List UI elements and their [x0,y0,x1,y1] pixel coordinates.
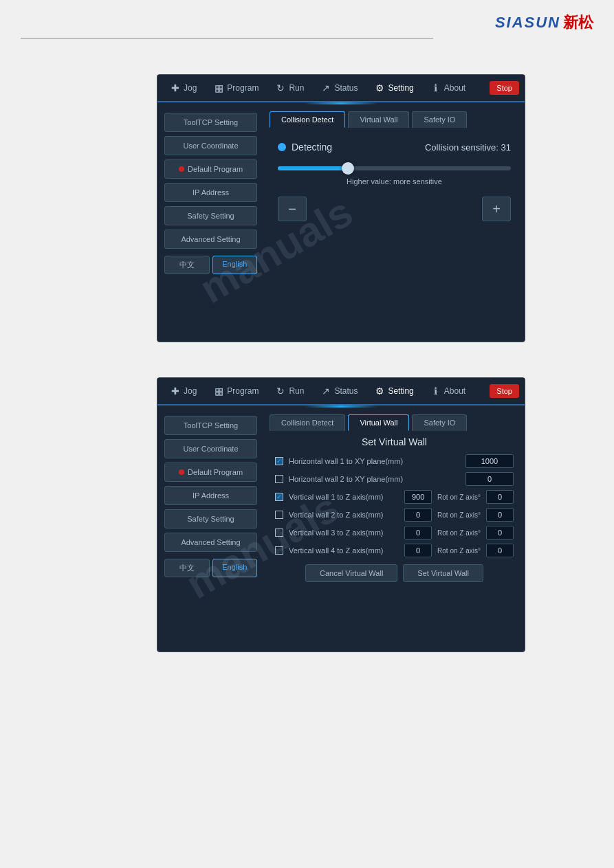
vw-checkbox-1[interactable] [275,457,283,465]
vw-row-4: Vertical wall 2 to Z axis(mm) Rot on Z a… [275,508,514,522]
nav2-program-label: Program [227,386,259,396]
vw-rot-label-5: Rot on Z axis° [437,529,481,537]
set-virtual-wall-button[interactable]: Set Virtual Wall [403,564,483,582]
detect-row: Detecting Collision sensitive: 31 [278,142,511,153]
vw-title: Set Virtual Wall [275,436,514,447]
nav-setting-label: Setting [388,83,413,93]
sidebar2-defaultprog[interactable]: Default Program [164,463,257,482]
nav2-program[interactable]: ▦ Program [206,383,265,399]
vw-input-1[interactable] [465,454,514,468]
vw-row-6: Vertical wall 4 to Z axis(mm) Rot on Z a… [275,544,514,557]
stop2-button[interactable]: Stop [490,384,519,398]
vw-label-2: Horizontal wall 2 to XY plane(mm) [289,475,460,483]
vw-input-6[interactable] [404,544,432,557]
vw-rot-label-6: Rot on Z axis° [437,547,481,555]
plus-button[interactable]: + [482,197,511,221]
setting2-icon: ⚙ [374,386,385,397]
vw-input-3[interactable] [404,490,432,504]
vw-checkbox-3[interactable] [275,493,283,501]
vw-input-2[interactable] [465,472,514,486]
tab2-collision-detect[interactable]: Collision Detect [270,414,345,431]
vw-checkbox-6[interactable] [275,546,283,555]
sidebar-safety-label: Safety Setting [187,212,234,220]
setting-icon: ⚙ [374,82,385,93]
vw-label-6: Vertical wall 4 to Z axis(mm) [289,546,399,555]
nav2-status[interactable]: ↗ Status [314,383,364,399]
tab2-safety-io[interactable]: Safety IO [412,414,467,431]
nav2-run[interactable]: ↻ Run [268,383,311,399]
sidebar2-tooltcp[interactable]: ToolTCP Setting [164,416,257,435]
sidebar-ipaddress[interactable]: IP Address [164,183,257,202]
run2-icon: ↻ [275,386,286,397]
vw-rot-input-6[interactable] [486,544,514,557]
sidebar-tooltcp[interactable]: ToolTCP Setting [164,113,257,132]
cancel-virtual-wall-button[interactable]: Cancel Virtual Wall [305,564,397,582]
nav2-setting-label: Setting [388,386,413,396]
nav2-setting[interactable]: ⚙ Setting [367,383,420,399]
sidebar2-ipaddress-label: IP Address [193,491,229,500]
panel-2-body: ToolTCP Setting User Coordinate Default … [157,408,525,648]
vw-bottom-btns: Cancel Virtual Wall Set Virtual Wall [275,564,514,582]
vw-rot-input-4[interactable] [486,508,514,522]
sidebar-2: ToolTCP Setting User Coordinate Default … [157,409,264,584]
vw-rot-input-5[interactable] [486,526,514,539]
jog-icon: ✚ [170,82,181,93]
status-icon: ↗ [320,82,331,93]
tab-safety-io[interactable]: Safety IO [412,111,467,128]
detecting-label: Detecting [292,142,332,153]
vw-input-4[interactable] [404,508,432,522]
nav2-status-label: Status [334,386,358,396]
nav-run[interactable]: ↻ Run [268,80,311,96]
panel-2-content: Collision Detect Virtual Wall Safety IO … [264,409,525,652]
logo-brand: SIASUN [495,14,560,32]
nav-status-label: Status [334,83,358,93]
sidebar-usercoord[interactable]: User Coordinate [164,136,257,155]
panel-collision-detect: ✚ Jog ▦ Program ↻ Run ↗ Status ⚙ Setting… [157,74,525,342]
nav-jog-label: Jog [184,83,197,93]
vw-rot-input-3[interactable] [486,490,514,504]
nav-setting[interactable]: ⚙ Setting [367,80,420,96]
sidebar2-safety[interactable]: Safety Setting [164,509,257,528]
minus-button[interactable]: − [278,197,307,221]
nav-program[interactable]: ▦ Program [206,80,265,96]
nav-status[interactable]: ↗ Status [314,80,364,96]
tab-virtual-wall[interactable]: Virtual Wall [348,111,409,128]
nav-about[interactable]: ℹ About [424,80,472,96]
vw-input-5[interactable] [404,526,432,539]
nav-program-label: Program [227,83,259,93]
sidebar2-ipaddress[interactable]: IP Address [164,486,257,505]
about-icon: ℹ [430,82,441,93]
nav2-jog[interactable]: ✚ Jog [163,383,204,399]
tab2-virtual-wall[interactable]: Virtual Wall [348,414,409,431]
vw-checkbox-4[interactable] [275,511,283,519]
slider-thumb[interactable] [342,162,354,175]
slider-hint: Higher value: more sensitive [278,177,511,186]
slider-track [278,166,511,170]
lang-zh-button[interactable]: 中文 [164,256,210,274]
lang2-zh-button[interactable]: 中文 [164,559,210,577]
vw-label-5: Vertical wall 3 to Z axis(mm) [289,528,399,537]
sidebar2-advanced[interactable]: Advanced Setting [164,533,257,552]
tab-bar-2: Collision Detect Virtual Wall Safety IO [264,409,525,431]
sidebar-safety[interactable]: Safety Setting [164,206,257,225]
vw-checkbox-2[interactable] [275,475,283,483]
sidebar-defaultprog[interactable]: Default Program [164,159,257,179]
lang2-en-button[interactable]: English [212,559,258,577]
vw-label-1: Horizontal wall 1 to XY plane(mm) [289,457,460,465]
sidebar2-tooltcp-label: ToolTCP Setting [184,421,238,430]
nav2-about[interactable]: ℹ About [424,383,472,399]
panel-1-content: Collision Detect Virtual Wall Safety IO … [264,106,525,342]
tab-collision-detect[interactable]: Collision Detect [270,111,345,128]
logo-area: SIASUN 新松 [495,12,593,33]
lang-en-button[interactable]: English [212,256,258,274]
sidebar-advanced[interactable]: Advanced Setting [164,230,257,249]
sidebar2-usercoord[interactable]: User Coordinate [164,439,257,458]
nav-run-label: Run [289,83,304,93]
detecting-indicator: Detecting [278,142,332,153]
about2-icon: ℹ [430,386,441,397]
stop-button[interactable]: Stop [490,81,519,95]
nav-jog[interactable]: ✚ Jog [163,80,204,96]
vw-checkbox-5[interactable] [275,528,283,537]
pm-row: − + [278,197,511,221]
collision-content: Detecting Collision sensitive: 31 Higher… [264,128,525,235]
